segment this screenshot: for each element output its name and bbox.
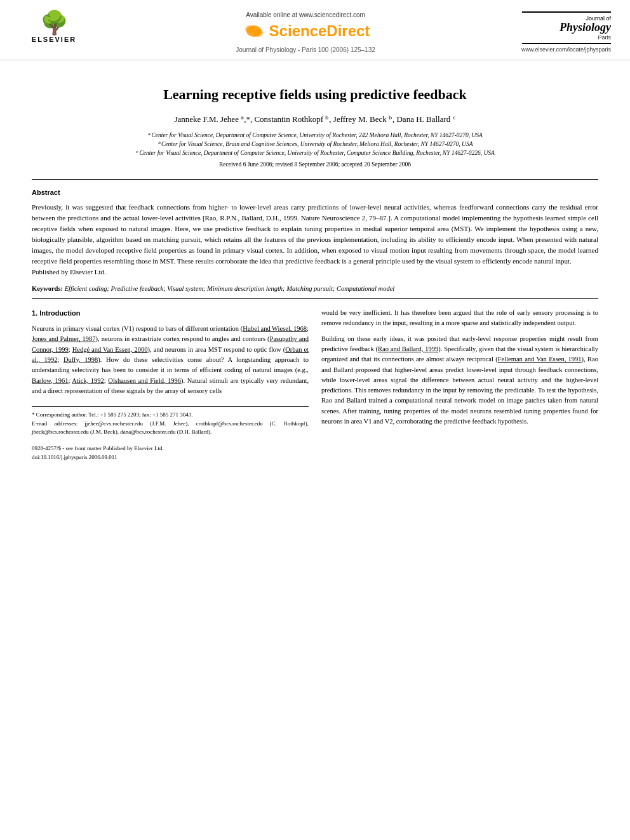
footnote-section: * Corresponding author. Tel.: +1 585 275… <box>32 406 309 437</box>
sciencedirect-logo: ScienceDirect <box>241 21 370 41</box>
ref-duffy: Duffy, 1998 <box>64 356 98 363</box>
affiliation-a: ᵃ Center for Visual Science, Department … <box>32 131 598 140</box>
footnote-2: E-mail addresses: jjehee@cvs.rochester.e… <box>32 420 309 437</box>
ref-jones: Jones and Palmer, 1987 <box>32 335 96 342</box>
intro-col2-p1: would be very inefficient. It has theref… <box>321 308 598 329</box>
journal-line: Journal of Physiology - Paris 100 (2006)… <box>236 46 375 53</box>
page: 🌳 ELSEVIER Available online at www.scien… <box>0 0 630 840</box>
footer-issn: 0928-4257/$ - see front matter Published… <box>32 444 309 453</box>
ref-barlow: Barlow, 1961 <box>32 377 68 384</box>
ref-hubel: Hubel and Wiesel, 1968 <box>243 325 307 332</box>
keywords-label: Keywords: <box>32 285 63 292</box>
elsevier-tree-icon: 🌳 <box>40 11 69 34</box>
affiliation-c: ᶜ Center for Visual Science, Department … <box>32 149 598 157</box>
article-body: Learning receptive fields using predicti… <box>0 60 630 474</box>
affiliation-b: ᵇ Center for Visual Science, Brain and C… <box>32 140 598 149</box>
intro-col2-p2: Building on these early ideas, it was po… <box>321 334 598 427</box>
elsevier-logo: 🌳 ELSEVIER <box>19 11 89 43</box>
divider-top <box>32 179 598 180</box>
elsevier-url: www.elsevier.com/locate/jphysparis <box>521 46 611 53</box>
article-title: Learning receptive fields using predicti… <box>32 86 598 104</box>
footnote-1: * Corresponding author. Tel.: +1 585 275… <box>32 411 309 420</box>
available-online-text: Available online at www.sciencedirect.co… <box>246 11 365 18</box>
footer-doi: doi:10.1016/j.jphysparis.2006.09.011 <box>32 453 309 462</box>
header: 🌳 ELSEVIER Available online at www.scien… <box>0 0 630 60</box>
header-right: Journal of Physiology Paris www.elsevier… <box>522 11 611 53</box>
sd-text: ScienceDirect <box>269 22 370 40</box>
abstract-section: Abstract Previously, it was suggested th… <box>32 187 598 277</box>
ref-hedge: Hedgé and Van Essen, 2000 <box>72 346 148 353</box>
keywords-line: Keywords: Efficient coding; Predictive f… <box>32 285 598 292</box>
ref-atick: Atick, 1992 <box>72 377 104 384</box>
right-column: would be very inefficient. It has theref… <box>321 308 598 462</box>
ref-felleman: Felleman and Van Essen, 1991 <box>498 356 582 363</box>
paris-label: Paris <box>522 34 611 41</box>
received-line: Received 6 June 2006; revised 8 Septembe… <box>32 161 598 168</box>
intro-col1-p1: Neurons in primary visual cortex (V1) re… <box>32 324 309 396</box>
physiology-title: Physiology <box>522 22 611 34</box>
abstract-text: Previously, it was suggested that feedba… <box>32 202 598 277</box>
ref-olshausen: Olshausen and Field, 1996 <box>108 377 181 384</box>
elsevier-label: ELSEVIER <box>32 36 76 43</box>
left-column: 1. Introduction Neurons in primary visua… <box>32 308 309 462</box>
svg-point-2 <box>253 29 263 37</box>
ref-rao-ballard: Rao and Ballard, 1999 <box>378 345 438 352</box>
intro-heading: 1. Introduction <box>32 308 309 319</box>
header-center: Available online at www.sciencedirect.co… <box>89 11 522 53</box>
keywords-text: Efficient coding; Predictive feedback; V… <box>65 285 395 292</box>
two-column-body: 1. Introduction Neurons in primary visua… <box>32 308 598 462</box>
authors-line: Janneke F.M. Jehee ᵃ,*, Constantin Rothk… <box>32 114 598 124</box>
affiliations: ᵃ Center for Visual Science, Department … <box>32 131 598 158</box>
footer-ids: 0928-4257/$ - see front matter Published… <box>32 444 309 462</box>
sd-logo-icon <box>241 21 267 41</box>
abstract-title: Abstract <box>32 187 598 198</box>
divider-bottom <box>32 298 598 299</box>
